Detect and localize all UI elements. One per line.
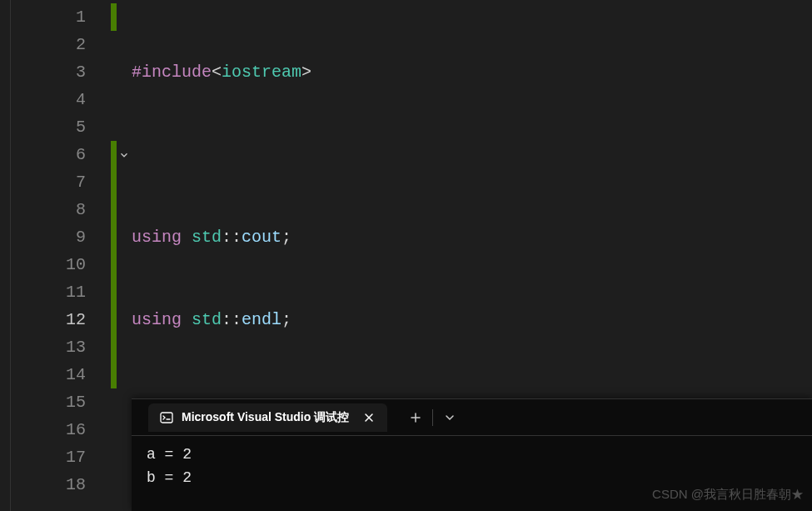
line-number: 16 (11, 416, 86, 443)
line-number-current: 12 (11, 306, 86, 333)
debug-tabbar: Microsoft Visual Studio 调试控 (132, 399, 812, 436)
line-number: 7 (11, 168, 86, 196)
plus-icon (410, 412, 421, 423)
debug-tabbar-actions (402, 404, 463, 431)
left-scrollbar[interactable] (0, 0, 11, 511)
debug-console-output[interactable]: a = 2 b = 2 (132, 436, 812, 496)
code-line[interactable] (132, 141, 812, 168)
new-tab-button[interactable] (402, 404, 429, 431)
line-number: 17 (11, 443, 86, 471)
line-number: 3 (11, 58, 86, 86)
line-number: 8 (11, 196, 86, 223)
debug-console-tab[interactable]: Microsoft Visual Studio 调试控 (148, 403, 387, 432)
debug-tab-title: Microsoft Visual Studio 调试控 (182, 410, 349, 425)
debug-console-panel: Microsoft Visual Studio 调试控 a = 2 b = 2 (132, 398, 812, 511)
line-number: 1 (11, 3, 86, 31)
code-line[interactable]: using std::endl; (132, 306, 812, 333)
line-number: 6 (11, 141, 86, 168)
terminal-icon (160, 411, 173, 424)
tab-dropdown-button[interactable] (436, 404, 463, 431)
line-number: 13 (11, 333, 86, 361)
line-number: 4 (11, 86, 86, 113)
modification-bar (111, 0, 117, 511)
close-tab-button[interactable] (362, 411, 376, 424)
line-number: 2 (11, 31, 86, 58)
code-line[interactable]: using std::cout; (132, 223, 812, 251)
chevron-down-icon (444, 412, 456, 423)
line-number: 9 (11, 223, 86, 251)
line-number: 11 (11, 278, 86, 306)
console-line: b = 2 (147, 466, 797, 489)
line-number: 10 (11, 251, 86, 278)
fold-column (117, 0, 132, 511)
divider (432, 409, 433, 426)
line-number: 5 (11, 113, 86, 141)
line-number-gutter[interactable]: 1 2 3 4 5 6 7 8 9 10 11 12 13 14 15 16 1… (11, 0, 111, 511)
chevron-down-icon (118, 149, 130, 161)
line-number: 15 (11, 388, 86, 416)
line-number: 14 (11, 361, 86, 388)
svg-rect-0 (161, 413, 172, 423)
close-icon (364, 413, 374, 423)
line-number: 18 (11, 471, 86, 498)
fold-toggle[interactable] (117, 141, 132, 168)
console-line: a = 2 (147, 443, 797, 466)
code-line[interactable]: #include<iostream> (132, 58, 812, 86)
